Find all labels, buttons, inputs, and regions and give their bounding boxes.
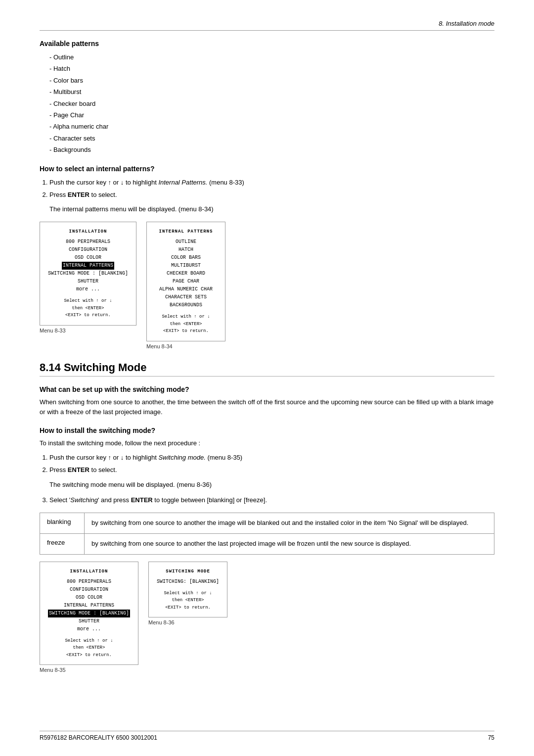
footer-right: 75: [488, 734, 494, 741]
page: 8. Installation mode Available patterns …: [0, 0, 534, 756]
install-note2: The switching mode menu will be displaye…: [49, 480, 494, 490]
page-footer: R5976182 BARCOREALITY 6500 30012001 75: [40, 731, 494, 741]
menu-boxes-row2: INSTALLATION 800 PERIPHERALS CONFIGURATI…: [40, 562, 494, 673]
menu-box-36: SWITCHING MODE SWITCHING: [BLANKING] Sel…: [148, 562, 227, 618]
install-step-2: Press ENTER to select.: [49, 464, 494, 475]
what-can-be-set-desc: When switching from one source to anothe…: [40, 397, 494, 418]
pattern-list: Outline Hatch Color bars Multiburst Chec…: [49, 51, 494, 156]
menu-box-35: INSTALLATION 800 PERIPHERALS CONFIGURATI…: [40, 562, 138, 665]
step-1: Push the cursor key ↑ or ↓ to highlight …: [49, 177, 494, 188]
menu-box-34: INTERNAL PATTERNS OUTLINE HATCH COLOR BA…: [146, 222, 225, 341]
menu-box-35-wrapper: INSTALLATION 800 PERIPHERALS CONFIGURATI…: [40, 562, 138, 673]
menu-34-content: OUTLINE HATCH COLOR BARS MULTIBURST CHEC…: [155, 238, 217, 309]
menu-35-footer: Select with ↑ or ↓then <ENTER><EXIT> to …: [48, 637, 130, 659]
menu-33-title: INSTALLATION: [48, 228, 128, 235]
install-steps-3: Select 'Switching' and press ENTER to to…: [49, 494, 494, 506]
menu-36-footer: Select with ↑ or ↓then <ENTER><EXIT> to …: [157, 590, 219, 611]
list-item: Alpha numeric char: [49, 121, 494, 132]
select-steps: Push the cursor key ↑ or ↓ to highlight …: [49, 177, 494, 201]
menu-34-footer: Select with ↑ or ↓then <ENTER><EXIT> to …: [155, 313, 217, 334]
freeze-desc: by switching from one source to another …: [85, 534, 494, 554]
menu-35-content: 800 PERIPHERALS CONFIGURATION OSD COLOR …: [48, 578, 130, 633]
footer-left: R5976182 BARCOREALITY 6500 30012001: [40, 734, 157, 741]
select-note: The internal patterns menu will be displ…: [49, 204, 494, 215]
menu-36-label: Menu 8-36: [148, 619, 227, 625]
available-patterns-title: Available patterns: [40, 40, 494, 47]
list-item: Page Char: [49, 109, 494, 121]
blanking-label: blanking: [40, 513, 85, 533]
menu-34-label: Menu 8-34: [146, 343, 225, 349]
menu-box-36-wrapper: SWITCHING MODE SWITCHING: [BLANKING] Sel…: [148, 562, 227, 673]
list-item: Hatch: [49, 63, 494, 74]
table-row-freeze: freeze by switching from one source to a…: [40, 534, 494, 554]
menu-34-title: INTERNAL PATTERNS: [155, 228, 217, 235]
list-item: Color bars: [49, 75, 494, 86]
table-row-blanking: blanking by switching from one source to…: [40, 513, 494, 534]
list-item: Multiburst: [49, 86, 494, 97]
what-can-be-set-title: What can be set up with the switching mo…: [40, 385, 494, 393]
menu-boxes-row1: INSTALLATION 800 PERIPHERALS CONFIGURATI…: [40, 222, 494, 349]
menu-35-highlight: SWITCHING MODE : [BLANKING]: [48, 610, 130, 617]
install-step-1: Push the cursor key ↑ or ↓ to highlight …: [49, 452, 494, 463]
menu-box-33: INSTALLATION 800 PERIPHERALS CONFIGURATI…: [40, 222, 136, 326]
menu-33-highlight: INTERNAL PATTERNS: [62, 262, 114, 270]
menu-36-title: SWITCHING MODE: [157, 568, 219, 575]
how-to-install-intro: To install the switching mode, follow th…: [40, 438, 494, 449]
switching-table: blanking by switching from one source to…: [40, 513, 494, 555]
header-text: 8. Installation mode: [439, 20, 494, 27]
list-item: Checker board: [49, 98, 494, 109]
freeze-label: freeze: [40, 534, 85, 554]
section-814-title: 8.14 Switching Mode: [40, 361, 494, 377]
how-to-install-title: How to install the switching mode?: [40, 426, 494, 434]
menu-33-content: 800 PERIPHERALS CONFIGURATION OSD COLOR …: [48, 238, 128, 293]
blanking-desc: by switching from one source to another …: [85, 513, 494, 533]
list-item: Character sets: [49, 133, 494, 144]
step-2: Press ENTER to select.: [49, 189, 494, 200]
menu-35-label: Menu 8-35: [40, 667, 138, 673]
install-steps: Push the cursor key ↑ or ↓ to highlight …: [49, 452, 494, 476]
menu-box-33-wrapper: INSTALLATION 800 PERIPHERALS CONFIGURATI…: [40, 222, 136, 349]
list-item: Outline: [49, 51, 494, 63]
list-item: Backgrounds: [49, 144, 494, 155]
how-to-select-title: How to select an internal patterns?: [40, 165, 494, 173]
menu-35-title: INSTALLATION: [48, 568, 130, 575]
menu-33-label: Menu 8-33: [40, 328, 136, 333]
menu-36-content: SWITCHING: [BLANKING]: [157, 578, 219, 586]
page-header: 8. Installation mode: [40, 20, 494, 31]
install-step-3: Select 'Switching' and press ENTER to to…: [49, 494, 494, 506]
menu-box-34-wrapper: INTERNAL PATTERNS OUTLINE HATCH COLOR BA…: [146, 222, 225, 349]
menu-33-footer: Select with ↑ or ↓then <ENTER><EXIT> to …: [48, 297, 128, 319]
